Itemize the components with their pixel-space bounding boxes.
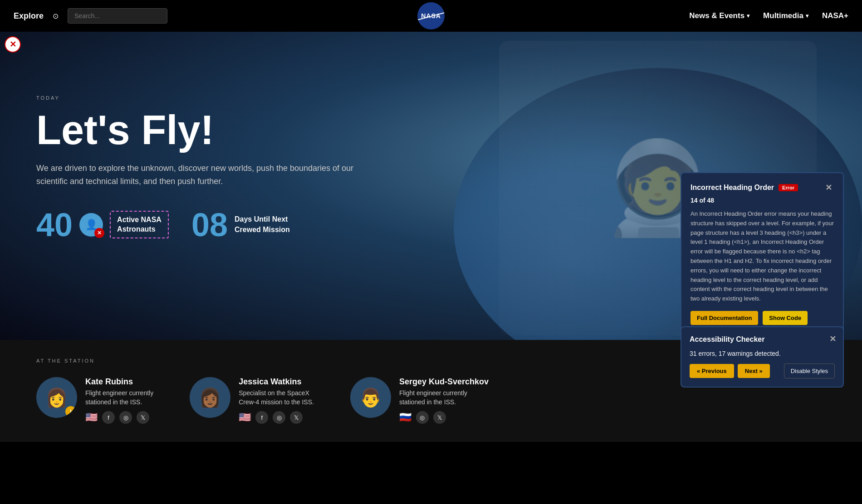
close-button[interactable]: ✕ (5, 36, 21, 53)
hero-stats: 40 👤 ✕ Active NASAAstronauts 08 Days Unt… (36, 206, 354, 243)
search-input[interactable] (68, 8, 167, 24)
nav-news-events[interactable]: News & Events ▾ (689, 11, 749, 20)
astronaut-stat-icon[interactable]: 👤 ✕ (79, 213, 103, 237)
main-nav: Explore ⊙ NASA News & Events ▾ Multimedi… (0, 0, 862, 32)
nasa-logo[interactable]: NASA (417, 2, 445, 29)
checker-close-button[interactable]: ✕ (829, 334, 836, 344)
error-badge: ✕ (94, 228, 104, 238)
astronaut-avatar-1: 👩 ! (36, 377, 77, 418)
astronaut-avatar-3: 👨 (350, 377, 391, 418)
error-panel-close-button[interactable]: ✕ (823, 182, 834, 193)
astronaut-card-2: 👩🏾 Jessica Watkins Specialist on the Spa… (190, 377, 314, 424)
astronaut-icons-1: 🇺🇸 f ◎ 𝕏 (85, 411, 153, 424)
flag-icon-3: 🇷🇺 (399, 412, 411, 423)
previous-button[interactable]: « Previous (690, 364, 734, 378)
error-panel: Incorrect Heading Order Error ✕ 14 of 48… (681, 172, 844, 335)
hero-content: TODAY Let's Fly! We are driven to explor… (36, 95, 354, 243)
flag-icon-2: 🇺🇸 (239, 412, 251, 423)
hero-today-label: TODAY (36, 95, 354, 101)
next-button[interactable]: Next » (738, 364, 770, 378)
twitter-icon-1[interactable]: 𝕏 (137, 411, 149, 424)
hero-subtitle: We are driven to explore the unknown, di… (36, 162, 354, 188)
stat-astronauts-label: Active NASAAstronauts (110, 211, 169, 239)
instagram-icon-3[interactable]: ◎ (416, 411, 429, 424)
twitter-icon-3[interactable]: 𝕏 (433, 411, 446, 424)
astronaut-icons-2: 🇺🇸 f ◎ 𝕏 (239, 411, 314, 424)
warning-badge-1: ! (65, 406, 76, 417)
nav-news-events-label: News & Events (689, 11, 744, 20)
full-documentation-button[interactable]: Full Documentation (691, 311, 758, 325)
astronaut-card-3: 👨 Sergey Kud-Sverchkov Flight engineer c… (350, 377, 489, 424)
instagram-icon-2[interactable]: ◎ (273, 411, 285, 424)
astronaut-icons-3: 🇷🇺 ◎ 𝕏 (399, 411, 489, 424)
checker-title: Accessibility Checker (690, 335, 764, 344)
twitter-icon-2[interactable]: 𝕏 (290, 411, 303, 424)
hero-title: Let's Fly! (36, 110, 354, 150)
disable-styles-button[interactable]: Disable Styles (784, 363, 835, 378)
error-panel-title: Incorrect Heading Order (691, 184, 774, 192)
astronaut-info-1: Kate Rubins Flight engineer currentlysta… (85, 377, 153, 424)
stat-astronauts-num: 40 (36, 208, 73, 241)
facebook-icon-2[interactable]: f (255, 411, 268, 424)
astronaut-info-3: Sergey Kud-Sverchkov Flight engineer cur… (399, 377, 489, 424)
chevron-down-icon: ▾ (806, 13, 808, 19)
astronaut-name-1: Kate Rubins (85, 377, 153, 387)
error-count: 14 of 48 (691, 197, 834, 204)
checker-actions: « Previous Next » Disable Styles (690, 363, 835, 378)
error-actions: Full Documentation Show Code (691, 311, 834, 325)
astronaut-avatar-2: 👩🏾 (190, 377, 230, 418)
astronaut-name-2: Jessica Watkins (239, 377, 314, 387)
explore-link[interactable]: Explore (14, 11, 44, 21)
astronaut-desc-3: Flight engineer currentlystationed in th… (399, 389, 489, 407)
instagram-icon-1[interactable]: ◎ (119, 411, 132, 424)
accessibility-checker-panel: Accessibility Checker ✕ 31 errors, 17 wa… (681, 326, 844, 388)
nav-multimedia-label: Multimedia (763, 11, 803, 20)
nav-multimedia[interactable]: Multimedia ▾ (763, 11, 808, 20)
nav-right: News & Events ▾ Multimedia ▾ NASA+ (689, 11, 848, 20)
astronaut-desc-2: Specialist on the SpaceXCrew-4 mission t… (239, 389, 314, 407)
astronaut-card-1: 👩 ! Kate Rubins Flight engineer currentl… (36, 377, 153, 424)
astronaut-info-2: Jessica Watkins Specialist on the SpaceX… (239, 377, 314, 424)
nav-nasa-plus-label: NASA+ (822, 11, 848, 20)
show-code-button[interactable]: Show Code (763, 311, 808, 325)
astronaut-desc-1: Flight engineer currentlystationed in th… (85, 389, 153, 407)
error-badge-label: Error (779, 184, 798, 191)
explore-icon: ⊙ (53, 12, 59, 20)
stat-days: 08 Days Until Next Crewed Mission (191, 206, 290, 243)
flag-icon-1: 🇺🇸 (85, 412, 98, 423)
stat-astronauts: 40 👤 ✕ Active NASAAstronauts (36, 208, 169, 241)
astronaut-name-3: Sergey Kud-Sverchkov (399, 377, 489, 387)
checker-status: 31 errors, 17 warnings detected. (690, 350, 835, 357)
error-panel-header: Incorrect Heading Order Error ✕ (691, 182, 834, 193)
nav-left: Explore ⊙ (14, 8, 167, 24)
nav-nasa-plus[interactable]: NASA+ (822, 11, 848, 20)
error-description: An Incorrect Heading Order error means y… (691, 209, 834, 304)
chevron-down-icon: ▾ (747, 13, 749, 19)
stat-days-num: 08 (191, 206, 228, 243)
stat-days-label: Days Until Next Crewed Mission (235, 214, 290, 235)
facebook-icon-1[interactable]: f (102, 411, 115, 424)
